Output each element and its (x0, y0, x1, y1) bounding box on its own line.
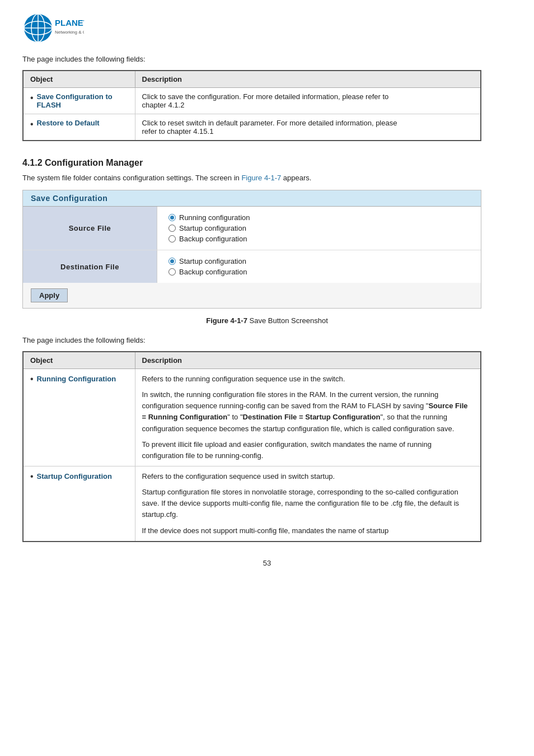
table1-row2-object: • Restore to Default (23, 114, 135, 141)
backup-config-option[interactable]: Backup configuration (168, 235, 470, 243)
dest-file-options: Startup configuration Backup configurati… (157, 250, 481, 283)
source-file-label: Source File (23, 207, 157, 250)
source-file-row: Source File Running configuration Startu… (23, 207, 481, 250)
table2-row2-object: • Startup Configuration (23, 466, 135, 541)
desc-line1: Click to save the configuration. For mor… (142, 92, 389, 101)
table2: Object Description • Running Configurati… (22, 351, 481, 542)
figure-caption: Figure 4-1-7 Save Button Screenshot (22, 316, 512, 325)
table2-row2-desc: Refers to the configuration sequence use… (135, 466, 481, 541)
destination-file-row: Destination File Startup configuration B… (23, 250, 481, 283)
destination-file-label: Destination File (23, 250, 157, 283)
radio-running-config[interactable] (168, 214, 176, 221)
sc-desc2: Startup configuration file stores in non… (142, 487, 474, 520)
section-intro-after: appears. (283, 174, 312, 182)
running-config-option[interactable]: Running configuration (168, 213, 470, 222)
section-intro: The system file folder contains configur… (22, 174, 512, 182)
apply-row: Apply (23, 283, 481, 308)
desc-line4: refer to chapter 4.15.1 (142, 127, 214, 136)
bullet-icon: • (30, 119, 34, 129)
radio-dest-startup[interactable] (168, 258, 176, 265)
table1-row1-object: • Save Configuration toFLASH (23, 88, 135, 114)
dest-startup-option[interactable]: Startup configuration (168, 257, 470, 265)
bullet-icon: • (30, 92, 34, 103)
table-row: • Save Configuration toFLASH Click to sa… (23, 88, 481, 114)
save-config-box: Save Configuration Source File Running c… (22, 190, 481, 309)
save-config-body: Source File Running configuration Startu… (23, 207, 481, 283)
table2-col2-header: Description (135, 352, 481, 369)
apply-button[interactable]: Apply (31, 288, 68, 302)
page-number: 53 (22, 559, 512, 567)
backup-config-label: Backup configuration (179, 235, 247, 243)
restore-default-label: Restore to Default (37, 119, 100, 127)
figure-caption-bold: Figure 4-1-7 (206, 316, 247, 325)
radio-backup-config[interactable] (168, 235, 176, 242)
table1-col1-header: Object (23, 71, 135, 88)
startup-config-label: Startup configuration (179, 224, 246, 232)
table-row: • Restore to Default Click to reset swit… (23, 114, 481, 141)
table1: Object Description • Save Configuration … (22, 70, 481, 141)
figure-link[interactable]: Figure 4-1-7 (241, 174, 281, 182)
table1-row1-desc: Click to save the configuration. For mor… (135, 88, 481, 114)
desc-line3: Click to reset switch in default paramet… (142, 119, 397, 127)
startup-config-obj-label: Startup Configuration (37, 471, 112, 482)
save-config-label: Save Configuration toFLASH (37, 92, 113, 109)
dest-backup-label: Backup configuration (179, 268, 247, 276)
radio-startup-config[interactable] (168, 225, 176, 232)
running-config-label: Running configuration (179, 213, 250, 222)
rc-desc2: In switch, the running configuration fil… (142, 389, 474, 435)
table1-col2-header: Description (135, 71, 481, 88)
intro-text: The page includes the following fields: (22, 55, 512, 63)
figure-caption-text: Save Button Screenshot (250, 316, 328, 325)
section-intro-text: The system file folder contains configur… (22, 174, 240, 182)
rc-desc3: To prevent illicit file upload and easie… (142, 439, 474, 461)
source-file-options: Running configuration Startup configurat… (157, 207, 481, 250)
bullet-icon: • (30, 471, 34, 482)
dest-startup-label: Startup configuration (179, 257, 246, 265)
intro-text2: The page includes the following fields: (22, 336, 512, 344)
table2-col1-header: Object (23, 352, 135, 369)
table-row: • Running Configuration Refers to the ru… (23, 369, 481, 466)
save-config-title: Save Configuration (23, 190, 481, 207)
dest-backup-option[interactable]: Backup configuration (168, 268, 470, 276)
bullet-icon: • (30, 374, 34, 384)
svg-text:Networking & Communication: Networking & Communication (55, 30, 84, 35)
sc-desc3: If the device does not support multi-con… (142, 525, 474, 536)
logo-area: PLANET Networking & Communication (22, 11, 512, 45)
table2-row1-object: • Running Configuration (23, 369, 135, 466)
running-config-obj-label: Running Configuration (37, 374, 116, 385)
desc-line2: chapter 4.1.2 (142, 101, 185, 109)
svg-text:PLANET: PLANET (55, 18, 84, 27)
rc-desc1: Refers to the running configuration sequ… (142, 374, 474, 385)
table2-row1-desc: Refers to the running configuration sequ… (135, 369, 481, 466)
startup-config-option[interactable]: Startup configuration (168, 224, 470, 232)
section-heading: 4.1.2 Configuration Manager (22, 158, 512, 168)
radio-dest-backup[interactable] (168, 268, 176, 276)
table1-row2-desc: Click to reset switch in default paramet… (135, 114, 481, 141)
sc-desc1: Refers to the configuration sequence use… (142, 471, 474, 482)
table-row: • Startup Configuration Refers to the co… (23, 466, 481, 541)
planet-logo: PLANET Networking & Communication (22, 11, 84, 45)
